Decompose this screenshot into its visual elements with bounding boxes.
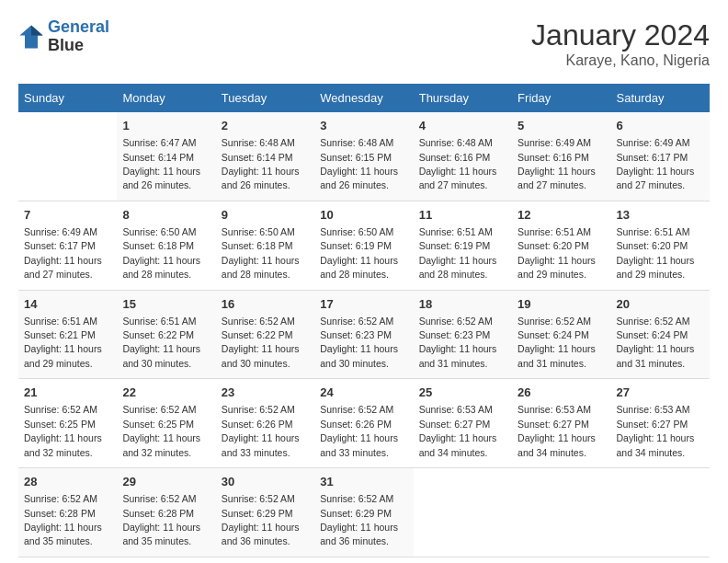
calendar-cell (414, 468, 512, 557)
header-day-saturday: Saturday (611, 84, 710, 112)
day-number: 27 (617, 385, 704, 401)
calendar-cell: 29 Sunrise: 6:52 AMSunset: 6:28 PMDaylig… (117, 468, 215, 557)
day-number: 7 (24, 207, 111, 224)
calendar-cell: 5 Sunrise: 6:49 AMSunset: 6:16 PMDayligh… (512, 112, 610, 201)
day-info: Sunrise: 6:53 AMSunset: 6:27 PMDaylight:… (617, 404, 695, 457)
day-info: Sunrise: 6:53 AMSunset: 6:27 PMDaylight:… (419, 404, 497, 457)
logo: General Blue (18, 18, 109, 55)
calendar-cell: 20 Sunrise: 6:52 AMSunset: 6:24 PMDaylig… (611, 290, 710, 379)
day-number: 21 (24, 385, 111, 401)
day-info: Sunrise: 6:52 AMSunset: 6:22 PMDaylight:… (222, 316, 300, 369)
week-row-3: 21 Sunrise: 6:52 AMSunset: 6:25 PMDaylig… (18, 379, 710, 468)
week-row-2: 14 Sunrise: 6:51 AMSunset: 6:21 PMDaylig… (18, 290, 710, 379)
day-info: Sunrise: 6:52 AMSunset: 6:23 PMDaylight:… (320, 316, 398, 369)
calendar-cell: 15 Sunrise: 6:51 AMSunset: 6:22 PMDaylig… (117, 290, 215, 379)
calendar-cell: 28 Sunrise: 6:52 AMSunset: 6:28 PMDaylig… (18, 468, 117, 557)
day-info: Sunrise: 6:52 AMSunset: 6:24 PMDaylight:… (617, 316, 695, 369)
day-number: 25 (419, 385, 506, 401)
day-info: Sunrise: 6:52 AMSunset: 6:29 PMDaylight:… (320, 493, 398, 546)
calendar-cell (611, 468, 710, 557)
day-info: Sunrise: 6:52 AMSunset: 6:26 PMDaylight:… (222, 404, 300, 457)
calendar-cell: 27 Sunrise: 6:53 AMSunset: 6:27 PMDaylig… (611, 379, 710, 468)
calendar-cell: 11 Sunrise: 6:51 AMSunset: 6:19 PMDaylig… (414, 201, 512, 290)
day-info: Sunrise: 6:50 AMSunset: 6:18 PMDaylight:… (122, 226, 200, 280)
calendar-cell: 25 Sunrise: 6:53 AMSunset: 6:27 PMDaylig… (414, 379, 512, 468)
day-number: 11 (419, 207, 506, 224)
day-number: 14 (24, 296, 111, 313)
day-info: Sunrise: 6:52 AMSunset: 6:24 PMDaylight:… (518, 316, 596, 369)
calendar-cell: 19 Sunrise: 6:52 AMSunset: 6:24 PMDaylig… (512, 290, 610, 379)
calendar-cell: 18 Sunrise: 6:52 AMSunset: 6:23 PMDaylig… (414, 290, 512, 379)
calendar-cell: 22 Sunrise: 6:52 AMSunset: 6:25 PMDaylig… (117, 379, 215, 468)
calendar-cell: 26 Sunrise: 6:53 AMSunset: 6:27 PMDaylig… (512, 379, 610, 468)
day-number: 2 (222, 118, 309, 134)
day-info: Sunrise: 6:47 AMSunset: 6:14 PMDaylight:… (122, 137, 200, 190)
calendar-table: SundayMondayTuesdayWednesdayThursdayFrid… (18, 84, 710, 557)
day-number: 13 (617, 207, 704, 224)
day-info: Sunrise: 6:49 AMSunset: 6:17 PMDaylight:… (617, 137, 695, 190)
day-info: Sunrise: 6:51 AMSunset: 6:20 PMDaylight:… (617, 226, 695, 280)
day-info: Sunrise: 6:52 AMSunset: 6:23 PMDaylight:… (419, 316, 497, 369)
day-number: 17 (320, 296, 407, 313)
svg-marker-1 (31, 25, 43, 35)
calendar-cell: 2 Sunrise: 6:48 AMSunset: 6:14 PMDayligh… (216, 112, 314, 201)
day-number: 23 (222, 385, 309, 401)
day-info: Sunrise: 6:52 AMSunset: 6:25 PMDaylight:… (24, 404, 102, 457)
day-info: Sunrise: 6:51 AMSunset: 6:19 PMDaylight:… (419, 226, 497, 280)
header-day-tuesday: Tuesday (216, 84, 314, 112)
day-number: 15 (122, 296, 210, 313)
calendar-cell: 9 Sunrise: 6:50 AMSunset: 6:18 PMDayligh… (216, 201, 314, 290)
calendar-cell: 13 Sunrise: 6:51 AMSunset: 6:20 PMDaylig… (611, 201, 710, 290)
calendar-header: SundayMondayTuesdayWednesdayThursdayFrid… (18, 84, 710, 112)
day-info: Sunrise: 6:50 AMSunset: 6:19 PMDaylight:… (320, 226, 398, 280)
calendar-cell: 1 Sunrise: 6:47 AMSunset: 6:14 PMDayligh… (117, 112, 215, 201)
day-number: 28 (24, 474, 111, 490)
calendar-cell: 24 Sunrise: 6:52 AMSunset: 6:26 PMDaylig… (314, 379, 413, 468)
calendar-cell: 10 Sunrise: 6:50 AMSunset: 6:19 PMDaylig… (314, 201, 413, 290)
calendar-body: 1 Sunrise: 6:47 AMSunset: 6:14 PMDayligh… (18, 112, 710, 557)
day-number: 26 (518, 385, 605, 401)
day-number: 30 (222, 474, 309, 490)
day-info: Sunrise: 6:49 AMSunset: 6:17 PMDaylight:… (24, 226, 102, 280)
calendar-cell: 31 Sunrise: 6:52 AMSunset: 6:29 PMDaylig… (314, 468, 413, 557)
header-row: SundayMondayTuesdayWednesdayThursdayFrid… (18, 84, 710, 112)
header-day-sunday: Sunday (18, 84, 117, 112)
day-info: Sunrise: 6:51 AMSunset: 6:21 PMDaylight:… (24, 316, 102, 369)
header-day-friday: Friday (512, 84, 610, 112)
day-number: 4 (419, 118, 506, 134)
calendar-cell: 14 Sunrise: 6:51 AMSunset: 6:21 PMDaylig… (18, 290, 117, 379)
day-number: 9 (222, 207, 309, 224)
day-info: Sunrise: 6:50 AMSunset: 6:18 PMDaylight:… (222, 226, 300, 280)
calendar-cell: 21 Sunrise: 6:52 AMSunset: 6:25 PMDaylig… (18, 379, 117, 468)
calendar-cell: 3 Sunrise: 6:48 AMSunset: 6:15 PMDayligh… (314, 112, 413, 201)
day-info: Sunrise: 6:52 AMSunset: 6:29 PMDaylight:… (222, 493, 300, 546)
day-number: 5 (518, 118, 605, 134)
calendar-cell: 12 Sunrise: 6:51 AMSunset: 6:20 PMDaylig… (512, 201, 610, 290)
day-number: 6 (617, 118, 704, 134)
day-number: 29 (122, 474, 210, 490)
day-number: 19 (518, 296, 605, 313)
day-info: Sunrise: 6:52 AMSunset: 6:28 PMDaylight:… (24, 493, 102, 546)
calendar-cell: 8 Sunrise: 6:50 AMSunset: 6:18 PMDayligh… (117, 201, 215, 290)
day-number: 22 (122, 385, 210, 401)
calendar-cell: 4 Sunrise: 6:48 AMSunset: 6:16 PMDayligh… (414, 112, 512, 201)
day-number: 1 (122, 118, 210, 134)
day-number: 20 (617, 296, 704, 313)
logo-line2: Blue (48, 37, 109, 55)
day-info: Sunrise: 6:52 AMSunset: 6:26 PMDaylight:… (320, 404, 398, 457)
header-day-wednesday: Wednesday (314, 84, 413, 112)
day-info: Sunrise: 6:51 AMSunset: 6:22 PMDaylight:… (122, 316, 200, 369)
calendar-cell (18, 112, 117, 201)
day-number: 16 (222, 296, 309, 313)
day-number: 8 (122, 207, 210, 224)
week-row-4: 28 Sunrise: 6:52 AMSunset: 6:28 PMDaylig… (18, 468, 710, 557)
page-header: General Blue January 2024 Karaye, Kano, … (18, 18, 710, 69)
day-number: 31 (320, 474, 407, 490)
calendar-cell: 6 Sunrise: 6:49 AMSunset: 6:17 PMDayligh… (611, 112, 710, 201)
day-info: Sunrise: 6:49 AMSunset: 6:16 PMDaylight:… (518, 137, 596, 190)
header-day-monday: Monday (117, 84, 215, 112)
calendar-cell: 16 Sunrise: 6:52 AMSunset: 6:22 PMDaylig… (216, 290, 314, 379)
calendar-subtitle: Karaye, Kano, Nigeria (531, 52, 710, 69)
logo-line1: General (48, 17, 109, 36)
calendar-title: January 2024 (531, 18, 710, 52)
